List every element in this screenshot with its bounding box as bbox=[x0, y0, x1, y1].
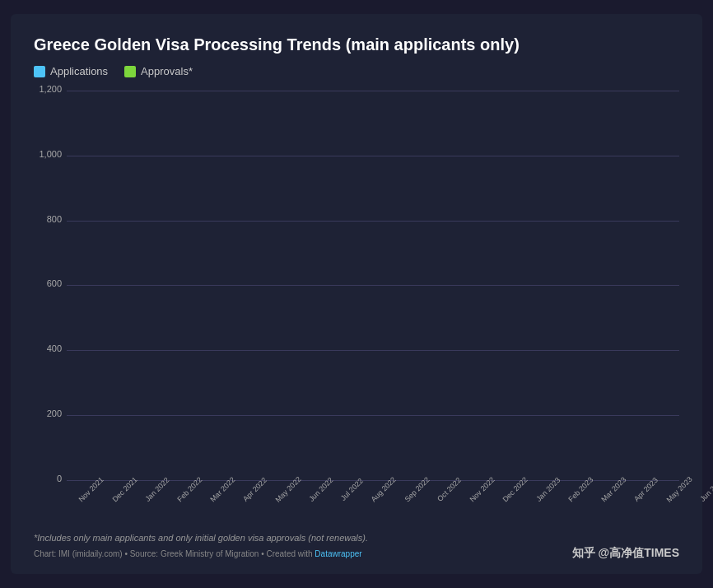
watermark: 知乎 @高净值TIMES bbox=[572, 546, 679, 561]
y-axis-label: 800 bbox=[30, 214, 62, 224]
chart-container: Greece Golden Visa Processing Trends (ma… bbox=[11, 14, 702, 574]
chart-title: Greece Golden Visa Processing Trends (ma… bbox=[34, 34, 679, 55]
legend-applications: Applications bbox=[34, 65, 108, 77]
x-labels: Nov 2021Dec 2021Jan 2022Feb 2022Mar 2022… bbox=[67, 484, 679, 530]
y-axis-label: 1,000 bbox=[30, 149, 62, 159]
footnote: *Includes only main applicants and only … bbox=[34, 533, 679, 543]
approvals-color-box bbox=[124, 66, 136, 77]
applications-color-box bbox=[34, 66, 45, 77]
y-axis-label: 600 bbox=[30, 278, 62, 288]
bars-area bbox=[67, 91, 679, 481]
y-axis-label: 0 bbox=[30, 474, 62, 483]
source-line: Chart: IMI (imidaily.com) • Source: Gree… bbox=[34, 546, 679, 561]
y-axis-label: 1,200 bbox=[30, 84, 62, 94]
legend: Applications Approvals* bbox=[34, 65, 679, 77]
legend-approvals: Approvals* bbox=[124, 65, 193, 77]
bars-wrapper: 1,2001,0008006004002000 bbox=[34, 91, 679, 481]
chart-area: 1,2001,0008006004002000 Nov 2021Dec 2021… bbox=[34, 91, 679, 530]
source-text: Chart: IMI (imidaily.com) • Source: Gree… bbox=[34, 549, 362, 558]
y-axis-label: 400 bbox=[30, 343, 62, 353]
approvals-label: Approvals* bbox=[141, 65, 193, 77]
y-axis-label: 200 bbox=[30, 408, 62, 418]
applications-label: Applications bbox=[50, 65, 108, 77]
